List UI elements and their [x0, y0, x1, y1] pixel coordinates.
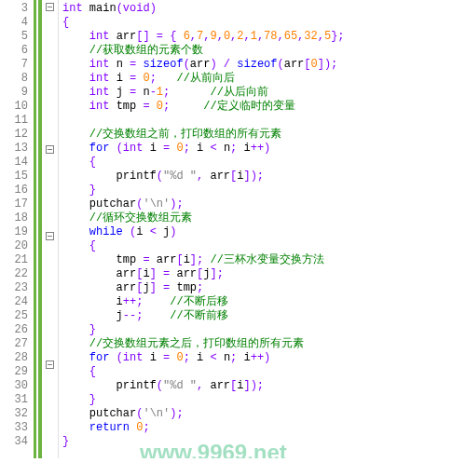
line-number: 27 — [0, 337, 28, 351]
fold-toggle-icon[interactable] — [46, 145, 54, 154]
line-number: 8 — [0, 72, 28, 86]
line-number: 25 — [0, 309, 28, 323]
code-editor: 3456789101112131415161718192021222324252… — [0, 0, 466, 458]
line-number: 33 — [0, 421, 28, 435]
code-line[interactable]: { — [62, 239, 462, 253]
line-number: 24 — [0, 295, 28, 309]
line-number: 30 — [0, 379, 28, 393]
fold-column — [42, 0, 59, 458]
code-line[interactable]: int n = sizeof(arr) / sizeof(arr[0]); — [62, 58, 462, 72]
fold-toggle-icon[interactable] — [46, 3, 54, 11]
code-line[interactable]: //交换数组元素之后，打印数组的所有元素 — [62, 337, 462, 351]
line-number-gutter: 3456789101112131415161718192021222324252… — [0, 0, 34, 458]
code-line[interactable]: printf("%d ", arr[i]); — [62, 379, 462, 393]
code-line[interactable]: { — [62, 156, 462, 170]
code-line[interactable]: putchar('\n'); — [62, 407, 462, 421]
line-number: 21 — [0, 253, 28, 267]
line-number: 26 — [0, 323, 28, 337]
code-line[interactable]: printf("%d ", arr[i]); — [62, 170, 462, 184]
line-number: 13 — [0, 142, 28, 156]
code-line[interactable]: arr[i] = arr[j]; — [62, 267, 462, 281]
code-line[interactable]: while (i < j) — [62, 225, 462, 239]
fold-toggle-icon[interactable] — [46, 360, 54, 369]
line-number: 7 — [0, 58, 28, 72]
code-line[interactable]: //获取数组的元素个数 — [62, 44, 462, 58]
line-number: 12 — [0, 128, 28, 142]
code-line[interactable]: putchar('\n'); — [62, 197, 462, 211]
line-number: 22 — [0, 267, 28, 281]
line-number: 19 — [0, 225, 28, 239]
code-line[interactable] — [62, 114, 462, 128]
code-line[interactable]: } — [62, 323, 462, 337]
code-line[interactable]: tmp = arr[i]; //三杯水变量交换方法 — [62, 253, 462, 267]
line-number: 9 — [0, 86, 28, 100]
line-number: 34 — [0, 435, 28, 449]
code-line[interactable]: int i = 0; //从前向后 — [62, 72, 462, 86]
line-number: 32 — [0, 407, 28, 421]
code-line[interactable]: //交换数组之前，打印数组的所有元素 — [62, 128, 462, 142]
change-bar — [34, 0, 36, 458]
line-number: 29 — [0, 365, 28, 379]
code-line[interactable]: int arr[] = { 6,7,9,0,2,1,78,65,32,5}; — [62, 30, 462, 44]
line-number: 10 — [0, 100, 28, 114]
code-line[interactable]: { — [62, 365, 462, 379]
code-line[interactable]: } — [62, 393, 462, 407]
line-number: 23 — [0, 281, 28, 295]
code-line[interactable]: { — [62, 16, 462, 30]
line-number: 18 — [0, 211, 28, 225]
code-line[interactable]: } — [62, 184, 462, 197]
line-number: 15 — [0, 170, 28, 184]
line-number: 4 — [0, 16, 28, 30]
code-line[interactable]: arr[j] = tmp; — [62, 281, 462, 295]
code-line[interactable]: j--; //不断前移 — [62, 309, 462, 323]
code-line[interactable]: return 0; — [62, 421, 462, 435]
code-line[interactable]: int j = n-1; //从后向前 — [62, 86, 462, 100]
code-line[interactable]: i++; //不断后移 — [62, 295, 462, 309]
code-line[interactable]: int main(void) — [62, 2, 462, 16]
line-number: 20 — [0, 239, 28, 253]
line-number: 5 — [0, 30, 28, 44]
line-number: 17 — [0, 197, 28, 211]
line-number: 31 — [0, 393, 28, 407]
fold-toggle-icon[interactable] — [46, 232, 54, 240]
line-number: 11 — [0, 114, 28, 128]
code-area[interactable]: int main(void){ int arr[] = { 6,7,9,0,2,… — [59, 0, 466, 458]
code-line[interactable]: int tmp = 0; //定义临时的变量 — [62, 100, 462, 114]
line-number: 14 — [0, 156, 28, 170]
code-line[interactable]: for (int i = 0; i < n; i++) — [62, 142, 462, 156]
code-line[interactable]: for (int i = 0; i < n; i++) — [62, 351, 462, 365]
line-number: 16 — [0, 184, 28, 197]
code-line[interactable]: } — [62, 435, 462, 449]
line-number: 28 — [0, 351, 28, 365]
line-number: 6 — [0, 44, 28, 58]
line-number: 3 — [0, 2, 28, 16]
code-line[interactable]: //循环交换数组元素 — [62, 211, 462, 225]
